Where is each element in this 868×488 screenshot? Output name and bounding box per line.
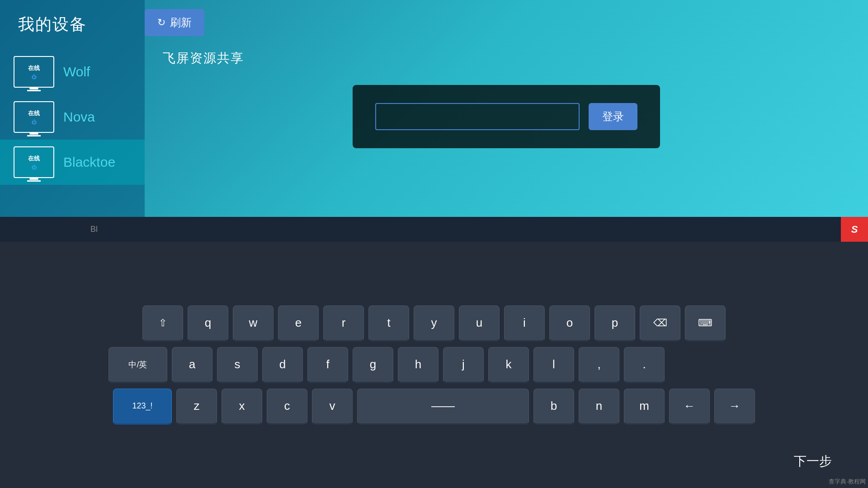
key-b[interactable]: b: [533, 389, 574, 425]
next-step-button[interactable]: 下一步: [794, 453, 832, 470]
device-status-nova: 在线: [28, 109, 40, 117]
content-panel: ↻ 刷新 飞屏资源共享 登录: [145, 0, 868, 217]
device-item-blacktoe[interactable]: 在线 ⏻ Blacktoe: [0, 140, 145, 185]
key-r[interactable]: r: [323, 305, 364, 342]
key-space[interactable]: ——: [357, 389, 529, 425]
monitor-base-blacktoe: [27, 180, 41, 182]
key-f[interactable]: f: [307, 347, 348, 383]
key-c[interactable]: c: [267, 389, 307, 425]
key-m[interactable]: m: [624, 389, 665, 425]
keyboard-area: ⇧ q w e r t y u i o p ⌫ ⌨ 中/英 a s: [0, 242, 868, 488]
key-l[interactable]: l: [533, 347, 574, 383]
key-h[interactable]: h: [398, 347, 439, 383]
key-period[interactable]: .: [624, 347, 665, 383]
key-x[interactable]: x: [222, 389, 262, 425]
key-w[interactable]: w: [233, 305, 274, 342]
watermark-text: Bl: [90, 225, 98, 234]
monitor-base-nova: [27, 135, 41, 136]
power-icon-wolf: ⏻: [32, 74, 37, 80]
key-s[interactable]: s: [217, 347, 258, 383]
monitor-base-wolf: [27, 90, 41, 91]
key-k[interactable]: k: [488, 347, 529, 383]
panel-title: 飞屏资源共享: [163, 50, 850, 67]
corner-watermark: 查字典·教程网: [829, 478, 866, 486]
keyboard-row-2: 中/英 a s d f g h j k l , .: [108, 347, 760, 383]
login-button[interactable]: 登录: [589, 103, 637, 130]
keyboard-row-3: 123_! z x c v —— b n m ← →: [113, 389, 755, 425]
key-q[interactable]: q: [188, 305, 228, 342]
monitor-stand-blacktoe: [29, 178, 38, 180]
key-o[interactable]: o: [549, 305, 590, 342]
monitor-stand-nova: [29, 133, 38, 135]
key-comma[interactable]: ,: [579, 347, 619, 383]
power-icon-nova: ⏻: [32, 119, 37, 125]
key-a[interactable]: a: [172, 347, 212, 383]
refresh-label: 刷新: [170, 15, 192, 30]
key-lang-toggle[interactable]: 中/英: [108, 347, 167, 383]
key-z[interactable]: z: [176, 389, 217, 425]
device-icon-nova: 在线 ⏻: [14, 101, 54, 133]
key-i[interactable]: i: [504, 305, 545, 342]
key-backspace[interactable]: ⌫: [640, 305, 680, 342]
device-name-nova: Nova: [63, 109, 95, 125]
device-name-wolf: Wolf: [63, 64, 90, 80]
login-box: 登录: [353, 85, 660, 148]
key-shift[interactable]: ⇧: [142, 305, 183, 342]
sidebar-title: 我的设备: [0, 9, 145, 49]
key-u[interactable]: u: [459, 305, 500, 342]
device-item-wolf[interactable]: 在线 ⏻ Wolf: [0, 49, 145, 94]
power-icon-blacktoe: ⏻: [32, 164, 37, 170]
key-v[interactable]: v: [312, 389, 353, 425]
device-status-wolf: 在线: [28, 64, 40, 72]
device-icon-blacktoe: 在线 ⏻: [14, 146, 54, 178]
password-input[interactable]: [375, 103, 580, 130]
key-e[interactable]: e: [278, 305, 319, 342]
key-t[interactable]: t: [368, 305, 409, 342]
monitor-stand-wolf: [29, 88, 38, 89]
device-status-blacktoe: 在线: [28, 155, 40, 163]
device-name-blacktoe: Blacktoe: [63, 155, 115, 170]
key-d[interactable]: d: [262, 347, 303, 383]
keyboard-row-1: ⇧ q w e r t y u i o p ⌫ ⌨: [142, 305, 726, 342]
key-j[interactable]: j: [443, 347, 484, 383]
watermark-logo: S: [841, 217, 868, 242]
key-y[interactable]: y: [414, 305, 454, 342]
key-p[interactable]: p: [594, 305, 635, 342]
device-sidebar: 我的设备 在线 ⏻ Wolf 在线 ⏻ Nova: [0, 0, 145, 217]
key-right-arrow[interactable]: →: [714, 389, 755, 425]
key-g[interactable]: g: [353, 347, 393, 383]
device-item-nova[interactable]: 在线 ⏻ Nova: [0, 94, 145, 140]
refresh-button[interactable]: ↻ 刷新: [145, 9, 204, 36]
key-left-arrow[interactable]: ←: [669, 389, 710, 425]
watermark-bar: Bl S: [0, 217, 868, 242]
device-icon-wolf: 在线 ⏻: [14, 56, 54, 88]
key-n[interactable]: n: [579, 389, 619, 425]
key-keyboard-toggle[interactable]: ⌨: [685, 305, 726, 342]
refresh-icon: ↻: [157, 17, 165, 28]
key-123[interactable]: 123_!: [113, 389, 172, 425]
